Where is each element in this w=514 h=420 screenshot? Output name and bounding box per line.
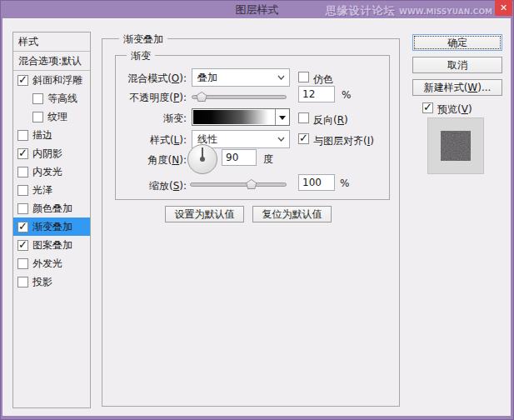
dither-checkbox[interactable] — [298, 72, 309, 82]
scale-label: 缩放(S): — [112, 179, 187, 193]
sidebar-item-blending-options[interactable]: 混合选项:默认 — [13, 52, 90, 71]
gradient-overlay-group-title: 渐变叠加 — [119, 32, 167, 47]
checkbox[interactable] — [17, 167, 28, 178]
angle-input[interactable] — [222, 149, 257, 166]
sidebar-item-satin[interactable]: 光泽 — [13, 181, 90, 199]
checkbox[interactable] — [17, 222, 28, 232]
angle-label: 角度(N): — [112, 153, 187, 168]
checkbox[interactable] — [17, 240, 28, 251]
sidebar-item-inner-shadow[interactable]: 内阴影 — [13, 144, 90, 162]
sidebar-item-label: 外发光 — [32, 257, 62, 271]
sidebar-item-label: 样式 — [18, 35, 38, 49]
checkbox[interactable] — [17, 277, 28, 288]
sidebar-item-styles[interactable]: 样式 — [13, 32, 90, 52]
sidebar-item-texture[interactable]: 纹理 — [13, 108, 90, 126]
scale-input[interactable] — [298, 174, 335, 191]
reverse-label: 反向(R) — [313, 113, 348, 128]
angle-dial-hub — [200, 157, 205, 162]
sidebar-item-color-overlay[interactable]: 颜色叠加 — [13, 199, 90, 218]
opacity-unit: % — [342, 89, 351, 101]
sidebar-item-pattern-overlay[interactable]: 图案叠加 — [13, 236, 90, 254]
chevron-down-icon — [277, 75, 285, 80]
preview-checkbox[interactable] — [422, 102, 433, 113]
opacity-label: 不透明度(P): — [112, 91, 187, 105]
reset-to-default-button[interactable]: 复位为默认值 — [252, 206, 332, 222]
scale-slider-track[interactable] — [190, 182, 287, 187]
sidebar-item-stroke[interactable]: 描边 — [13, 126, 90, 144]
blend-mode-select[interactable]: 叠加 — [192, 68, 290, 87]
sidebar-item-label: 混合选项:默认 — [18, 54, 82, 68]
new-style-button[interactable]: 新建样式(W)... — [412, 79, 502, 96]
gradient-preview[interactable] — [193, 110, 274, 124]
blend-mode-value: 叠加 — [197, 71, 217, 85]
preview-label: 预览(V) — [437, 102, 472, 117]
checkbox[interactable] — [17, 258, 28, 269]
align-with-layer-checkbox[interactable] — [298, 133, 309, 144]
set-as-default-button[interactable]: 设置为默认值 — [165, 206, 244, 222]
gradient-label: 渐变: — [112, 112, 187, 126]
dither-label: 仿色 — [313, 72, 333, 87]
sidebar-item-bevel-emboss[interactable]: 斜面和浮雕 — [13, 71, 90, 89]
checkbox[interactable] — [17, 75, 28, 86]
reverse-checkbox[interactable] — [298, 112, 309, 123]
gradient-picker[interactable] — [192, 108, 290, 126]
sidebar-item-inner-glow[interactable]: 内发光 — [13, 162, 90, 181]
opacity-slider[interactable] — [192, 92, 287, 102]
watermark-url: WWW.MISSYUAN.COM — [399, 8, 492, 16]
blend-mode-label: 混合模式(O): — [112, 72, 187, 86]
checkbox[interactable] — [17, 130, 28, 141]
layer-style-dialog: 图层样式 思缘设计论坛 WWW.MISSYUAN.COM ✕ 样式 混合选项:默… — [0, 0, 514, 420]
sidebar-item-label: 内阴影 — [32, 147, 62, 161]
sidebar-item-drop-shadow[interactable]: 投影 — [13, 272, 90, 291]
triangle-down-icon — [279, 116, 286, 123]
sidebar-item-label: 等高线 — [47, 92, 77, 106]
scale-unit: % — [340, 178, 349, 189]
titlebar: 图层样式 思缘设计论坛 WWW.MISSYUAN.COM ✕ — [0, 0, 514, 18]
checkbox[interactable] — [32, 93, 43, 104]
style-preview-thumbnail — [427, 118, 484, 174]
gradient-dropdown-button[interactable] — [275, 109, 289, 125]
sidebar-item-label: 渐变叠加 — [32, 220, 72, 234]
checkbox[interactable] — [17, 148, 28, 159]
sidebar-item-outer-glow[interactable]: 外发光 — [13, 254, 90, 272]
sidebar-item-label: 描边 — [32, 128, 52, 142]
checkbox[interactable] — [32, 112, 43, 122]
style-label: 样式(L): — [112, 133, 187, 148]
align-with-layer-label: 与图层对齐(I) — [313, 134, 374, 148]
angle-unit: 度 — [263, 152, 273, 167]
sidebar-item-label: 投影 — [32, 275, 52, 289]
ok-button[interactable]: 确定 — [412, 34, 502, 51]
sidebar-item-gradient-overlay[interactable]: 渐变叠加 — [13, 218, 90, 236]
angle-dial[interactable] — [187, 144, 217, 174]
styles-list: 样式 混合选项:默认 斜面和浮雕 等高线 纹理 描边 内阴影 内发光 — [12, 32, 91, 408]
sidebar-item-label: 颜色叠加 — [32, 202, 72, 216]
scale-slider[interactable] — [190, 179, 287, 189]
sidebar-item-label: 斜面和浮雕 — [32, 73, 82, 88]
cancel-button[interactable]: 取消 — [412, 57, 502, 73]
watermark-name: 思缘设计论坛 — [326, 4, 396, 17]
sidebar-item-label: 纹理 — [47, 110, 67, 124]
sidebar-item-label: 图案叠加 — [32, 238, 72, 252]
close-icon[interactable]: ✕ — [495, 0, 512, 16]
chevron-down-icon — [277, 137, 285, 142]
pattern-swatch — [441, 131, 471, 161]
opacity-slider-thumb[interactable] — [197, 92, 207, 102]
scale-slider-thumb[interactable] — [246, 179, 257, 189]
checkbox[interactable] — [17, 185, 28, 196]
sidebar-item-label: 光泽 — [32, 183, 52, 198]
checkbox[interactable] — [17, 203, 28, 214]
gradient-subgroup-title: 渐变 — [127, 49, 155, 63]
opacity-input[interactable] — [298, 86, 335, 102]
watermark: 思缘设计论坛 WWW.MISSYUAN.COM — [326, 3, 492, 18]
sidebar-item-contour[interactable]: 等高线 — [13, 89, 90, 108]
sidebar-item-label: 内发光 — [32, 165, 62, 179]
